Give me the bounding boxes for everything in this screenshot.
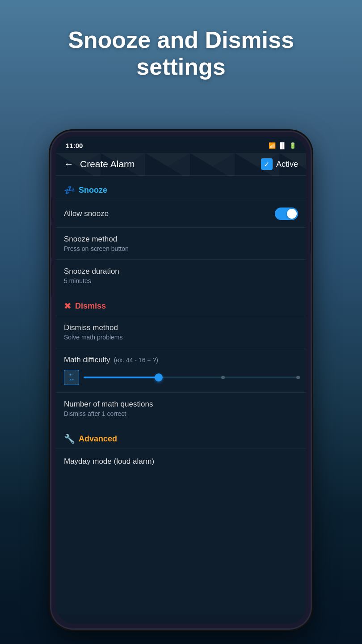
dismiss-method-row[interactable]: Dismiss method Solve math problems <box>56 316 306 348</box>
snooze-method-label: Snooze method <box>64 235 298 244</box>
status-icons: 📶 ▐▌ 🔋 <box>269 142 296 149</box>
advanced-section-header: 🔧 Advanced <box>56 424 306 449</box>
math-icon: +− ×÷ <box>64 370 79 385</box>
snooze-method-row[interactable]: Snooze method Press on-screen button <box>56 227 306 259</box>
mayday-label: Mayday mode (loud alarm) <box>64 457 298 466</box>
wifi-icon: 📶 <box>269 142 276 149</box>
phone-frame: 11:00 📶 ▐▌ 🔋 ← Create Alarm ✓ Active 💤 <box>51 132 311 628</box>
dismiss-method-value: Solve math problems <box>64 334 298 341</box>
dismiss-icon: ✖ <box>64 301 72 311</box>
header-left: ← Create Alarm <box>64 158 135 170</box>
slider-end-dot <box>296 376 300 379</box>
active-badge[interactable]: ✓ Active <box>261 158 298 170</box>
active-checkbox[interactable]: ✓ <box>261 158 273 170</box>
signal-icon: ▐▌ <box>278 142 286 149</box>
dismiss-title: Dismiss <box>75 301 106 311</box>
dismiss-method-label: Dismiss method <box>64 323 298 332</box>
snooze-section-header: 💤 Snooze <box>56 176 306 200</box>
dismiss-section-header: ✖ Dismiss <box>56 292 306 316</box>
status-time: 11:00 <box>66 142 83 149</box>
screen-content[interactable]: 💤 Snooze Allow snooze Snooze method Pres… <box>56 176 306 614</box>
app-header: ← Create Alarm ✓ Active <box>56 153 306 176</box>
slider-thumb[interactable] <box>155 373 163 381</box>
math-difficulty-label: Math difficulty <box>64 356 110 364</box>
slider-mid-dot <box>221 376 225 379</box>
snooze-icon: 💤 <box>64 185 75 195</box>
advanced-title: Advanced <box>79 434 117 444</box>
wrench-icon: 🔧 <box>64 433 75 444</box>
math-questions-label: Number of math questions <box>64 400 298 409</box>
status-bar: 11:00 📶 ▐▌ 🔋 <box>56 136 306 153</box>
battery-icon: 🔋 <box>289 142 296 149</box>
phone-screen: 11:00 📶 ▐▌ 🔋 ← Create Alarm ✓ Active 💤 <box>56 136 306 624</box>
math-slider-container: +− ×÷ <box>64 370 298 385</box>
active-label: Active <box>276 160 298 169</box>
math-questions-value: Dismiss after 1 correct <box>64 410 298 417</box>
snooze-title: Snooze <box>79 186 107 195</box>
allow-snooze-label: Allow snooze <box>64 209 109 218</box>
math-difficulty-row[interactable]: Math difficulty (ex. 44 - 16 = ?) +− ×÷ <box>56 348 306 392</box>
math-questions-row[interactable]: Number of math questions Dismiss after 1… <box>56 392 306 424</box>
mayday-mode-row[interactable]: Mayday mode (loud alarm) <box>56 449 306 474</box>
allow-snooze-toggle[interactable] <box>275 208 298 220</box>
snooze-duration-label: Snooze duration <box>64 267 298 276</box>
snooze-duration-row[interactable]: Snooze duration 5 minutes <box>56 259 306 292</box>
snooze-method-value: Press on-screen button <box>64 245 298 252</box>
snooze-duration-value: 5 minutes <box>64 277 298 284</box>
toggle-knob <box>287 209 297 219</box>
math-difficulty-example: (ex. 44 - 16 = ?) <box>114 356 158 364</box>
math-difficulty-slider[interactable] <box>84 377 298 378</box>
allow-snooze-row[interactable]: Allow snooze <box>56 200 306 227</box>
back-button[interactable]: ← <box>64 158 74 170</box>
screen-title: Create Alarm <box>80 159 135 169</box>
slider-fill <box>84 377 159 378</box>
